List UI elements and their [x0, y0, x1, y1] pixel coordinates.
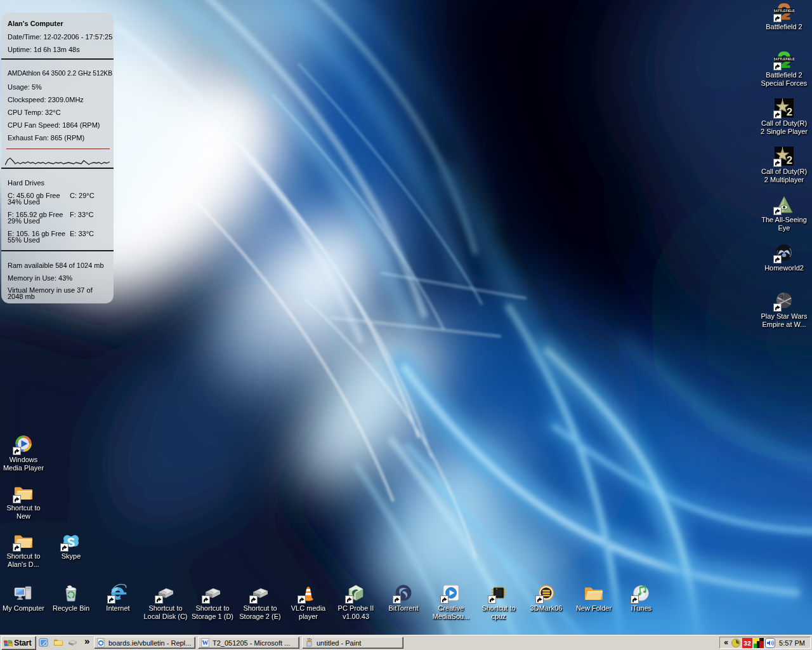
svg-text:32: 32 [743, 640, 751, 647]
svg-text:2: 2 [787, 154, 792, 166]
svg-text:BATTLEFIELD: BATTLEFIELD [774, 10, 794, 13]
svg-text:2: 2 [787, 106, 792, 118]
svg-text:BATTLEFIELD: BATTLEFIELD [774, 58, 794, 61]
svg-text:W: W [202, 639, 209, 646]
